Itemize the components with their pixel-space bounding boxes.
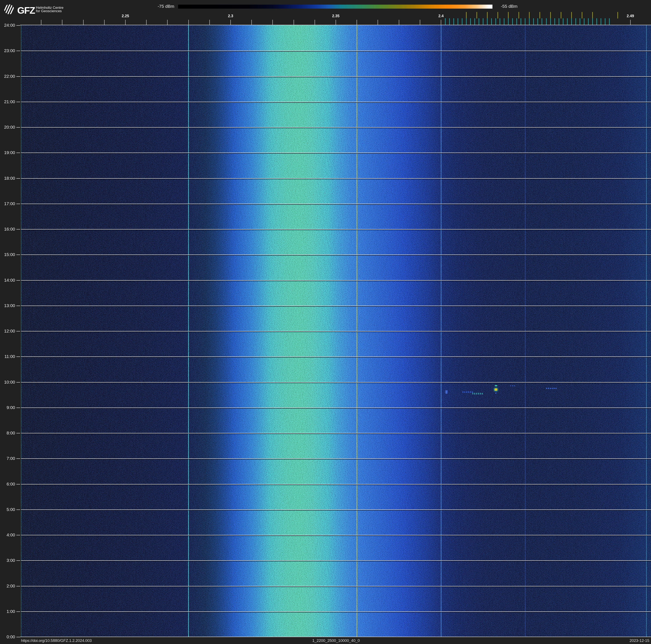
time-tick [17,229,20,230]
hour-gridline-shadow [21,281,651,281]
hour-gridline [21,611,651,612]
wifi-channel-tick [476,12,477,19]
time-tick [17,25,20,26]
hour-gridline-shadow [21,561,651,561]
freq-tick [293,20,294,25]
hour-gridline-shadow [21,459,651,460]
wifi-channel-tick [582,12,582,19]
freq-tick [272,20,273,25]
hour-gridline [21,331,651,331]
time-label: 0:00 [0,634,15,640]
ble-channel-tick [580,18,580,25]
freq-tick [146,20,147,25]
wifi-channel-tick [508,12,508,19]
freq-tick [356,20,357,25]
ble-channel-tick [445,18,445,25]
ble-channel-tick [508,18,508,25]
hour-gridline-shadow [21,51,651,52]
freq-tick [399,20,399,25]
time-tick [17,560,20,561]
ble-channel-tick [550,18,551,25]
hour-gridline [21,509,651,510]
hour-gridline-shadow [21,77,651,77]
freq-tick-label: 2.49 [621,14,640,18]
time-label: 9:00 [0,405,15,410]
ble-channel-tick [592,18,593,25]
hour-gridline [21,229,651,230]
hour-gridline-shadow [21,485,651,485]
hour-gridline-shadow [21,357,651,357]
time-tick [17,280,20,281]
wifi-channel-tick [539,12,540,19]
hour-gridline [21,178,651,179]
hour-gridline [21,255,651,255]
time-label: 13:00 [0,303,15,308]
hour-gridline-shadow [21,102,651,103]
ble-channel-tick [466,18,467,25]
ble-channel-tick [533,18,534,25]
time-tick [17,153,20,153]
time-tick [17,382,20,383]
hour-gridline-shadow [21,255,651,256]
time-tick [17,459,20,459]
hour-gridline-shadow [21,331,651,332]
ble-channel-tick [584,18,584,25]
hour-gridline-shadow [21,510,651,510]
ble-channel-tick [559,18,559,25]
time-label: 16:00 [0,226,15,232]
hour-gridline-shadow [21,612,651,612]
ble-channel-tick [567,18,568,25]
wifi-channel-tick [497,12,498,19]
hour-gridline-shadow [21,433,651,434]
date-label: 2023-12-15 [588,638,649,643]
wifi-channel-tick [571,12,572,19]
hour-gridline-shadow [21,586,651,587]
freq-tick [378,20,378,25]
time-label: 22:00 [0,74,15,79]
signal-burst [472,393,484,394]
ble-channel-tick [474,18,475,25]
wifi-channel-tick [466,12,467,19]
time-label: 2:00 [0,583,15,589]
time-tick [17,127,20,127]
time-tick [17,433,20,433]
ble-channel-tick [571,18,572,25]
ble-channel-tick [521,18,521,25]
ble-channel-tick [600,18,601,25]
freq-tick [630,20,631,25]
ble-channel-tick [478,18,479,25]
time-label: 7:00 [0,456,15,461]
ble-channel-tick [495,18,496,25]
time-label: 21:00 [0,99,15,105]
doi-link[interactable]: https://doi.org/10.5880/GFZ.1.2.2024.003 [21,638,92,643]
freq-tick [104,20,104,25]
freq-tick [209,20,210,25]
ble-channel-tick [483,18,484,25]
freq-tick [41,20,41,25]
time-label: 1:00 [0,609,15,614]
freq-tick [83,20,84,25]
freq-tick [230,20,231,25]
ble-channel-tick [449,18,450,25]
time-tick [17,637,20,637]
hour-gridline-shadow [21,204,651,205]
ble-channel-tick [554,18,555,25]
hour-gridline-shadow [21,127,651,128]
time-tick [17,509,20,510]
ble-channel-tick [605,18,606,25]
ble-channel-tick [487,18,488,25]
freq-tick-label: 2.3 [221,14,240,18]
hour-gridline [21,433,651,433]
hour-gridline [21,586,651,586]
wifi-channel-tick [519,12,519,19]
time-label: 15:00 [0,252,15,257]
signal-burst [462,391,473,393]
time-label: 20:00 [0,124,15,130]
time-label: 3:00 [0,558,15,563]
hour-gridline [21,204,651,204]
time-label: 8:00 [0,430,15,436]
time-label: 17:00 [0,201,15,206]
ble-channel-tick [504,18,504,25]
hour-gridline-shadow [21,535,651,536]
ble-channel-tick [609,18,610,25]
